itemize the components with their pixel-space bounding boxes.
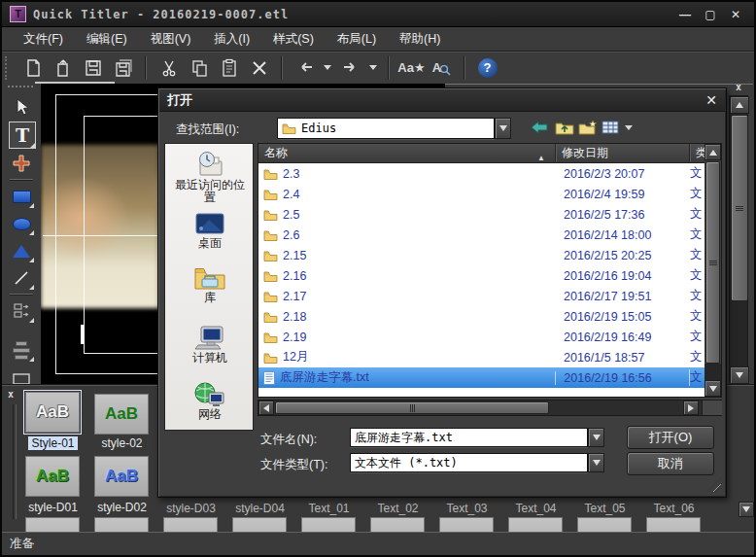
file-row[interactable]: 2.4 2016/2/4 19:59 文 [258, 184, 706, 204]
paste-icon[interactable] [216, 55, 242, 81]
file-row[interactable]: 12月 2016/1/5 18:57 文 [258, 347, 706, 367]
menu-edit[interactable]: 编辑(E) [75, 29, 139, 50]
style-thumbnail[interactable]: AaB [94, 394, 149, 435]
column-header-date[interactable]: 修改日期 [556, 144, 690, 162]
menu-insert[interactable]: 插入(I) [202, 29, 261, 50]
style-label[interactable]: style-D03 [156, 502, 225, 515]
file-list-vertical-scrollbar[interactable] [704, 144, 721, 397]
style-label[interactable]: Text_05 [570, 502, 639, 515]
column-header-name[interactable]: 名称 ▲ [258, 144, 556, 162]
style-palette-close-icon[interactable]: x [8, 389, 14, 400]
file-row[interactable]: 2.5 2016/2/5 17:36 文 [258, 204, 706, 225]
look-in-dropdown-button[interactable] [495, 118, 511, 139]
file-row[interactable]: 2.3 2016/2/3 20:07 文 [258, 163, 706, 184]
style-label[interactable]: Text_04 [501, 502, 570, 515]
style-thumbnail[interactable] [94, 517, 149, 533]
scroll-down-button[interactable] [704, 380, 721, 397]
scroll-right-button[interactable] [683, 400, 699, 415]
style-thumbnail[interactable] [370, 517, 425, 533]
style-thumbnail[interactable] [439, 517, 494, 533]
menu-help[interactable]: 帮助(H) [388, 29, 452, 50]
style-thumbnail[interactable]: AaB [25, 392, 80, 433]
style-thumbnail[interactable]: AaB [94, 456, 149, 497]
rectangle-tool[interactable] [9, 185, 34, 208]
title-bar[interactable]: T Quick Titler - 20160219-0007.etl — ▢ ✕ [2, 2, 754, 27]
help-icon[interactable]: ? [474, 55, 500, 81]
cancel-button[interactable]: 取消 [627, 452, 714, 475]
style-label[interactable]: Text_01 [294, 502, 363, 515]
toolbar-grip[interactable] [5, 56, 12, 80]
redo-icon[interactable] [337, 55, 363, 81]
copy-icon[interactable] [186, 55, 212, 81]
delete-icon[interactable] [246, 55, 272, 81]
view-menu-icon[interactable] [601, 120, 619, 139]
style-label[interactable]: style-D02 [87, 501, 156, 514]
style-label[interactable]: Text_03 [432, 502, 501, 515]
new-folder-icon[interactable] [578, 120, 598, 139]
menu-view[interactable]: 视图(V) [139, 29, 203, 50]
scroll-up-button[interactable] [704, 144, 721, 160]
palette-scroll-down-button[interactable] [739, 502, 754, 517]
dialog-close-icon[interactable]: ✕ [705, 92, 717, 108]
style-thumbnail[interactable] [163, 517, 218, 533]
file-row[interactable]: 2.18 2016/2/19 15:05 文 [258, 306, 706, 327]
place-computer[interactable]: 计算机 [165, 325, 255, 365]
undo-dropdown-icon[interactable] [324, 65, 331, 70]
place-libraries[interactable]: 库 [165, 264, 255, 304]
style-thumbnail[interactable] [301, 517, 356, 533]
style-label[interactable]: style-D01 [18, 501, 87, 514]
style-label[interactable]: style-D04 [225, 502, 294, 515]
back-icon[interactable] [530, 120, 549, 139]
style-thumbnail[interactable] [508, 517, 563, 533]
scroll-up-button[interactable] [730, 96, 749, 114]
open-icon[interactable] [50, 55, 76, 81]
style-thumbnail[interactable]: AaB [25, 456, 80, 497]
select-tool[interactable] [9, 95, 34, 119]
scroll-thumb[interactable] [275, 401, 549, 414]
style-thumbnail[interactable] [232, 517, 287, 533]
file-row[interactable]: 2.17 2016/2/17 19:51 文 [258, 286, 706, 306]
ellipse-tool[interactable] [9, 212, 34, 235]
scroll-left-button[interactable] [258, 400, 274, 415]
line-tool[interactable] [9, 266, 34, 290]
file-type-dropdown-button[interactable] [588, 453, 604, 472]
close-button[interactable]: ✕ [725, 8, 746, 21]
place-network[interactable]: 网络 [165, 381, 255, 421]
style-thumbnail[interactable] [577, 517, 632, 533]
undo-icon[interactable] [292, 55, 318, 81]
scroll-thumb[interactable] [731, 115, 748, 301]
style-thumbnail[interactable] [646, 517, 701, 533]
transform-tool[interactable] [9, 152, 34, 175]
new-icon[interactable] [19, 55, 46, 81]
minimize-button[interactable]: — [674, 8, 696, 21]
triangle-tool[interactable] [9, 239, 34, 262]
font-style-icon[interactable]: Aa★ [398, 55, 425, 81]
right-panel-close-icon[interactable]: x [736, 82, 741, 92]
cut-icon[interactable] [155, 55, 182, 81]
palette-grip[interactable] [8, 86, 33, 90]
menu-layout[interactable]: 布局(L) [326, 29, 388, 50]
style-label[interactable]: Text_02 [363, 502, 432, 515]
align-tool[interactable] [9, 338, 34, 362]
canvas-vertical-scrollbar[interactable] [729, 95, 748, 383]
style-thumbnail[interactable] [25, 517, 80, 533]
style-label[interactable]: Text_06 [639, 502, 708, 515]
save-all-icon[interactable] [110, 55, 136, 81]
image-tool[interactable] [9, 299, 34, 323]
redo-dropdown-icon[interactable] [369, 65, 377, 70]
file-row[interactable]: 2.6 2016/2/14 18:00 文 [258, 225, 706, 245]
up-folder-icon[interactable] [555, 120, 574, 139]
file-name-dropdown-button[interactable] [588, 428, 604, 447]
place-desktop[interactable]: 桌面 [165, 212, 255, 250]
scroll-thumb[interactable] [705, 161, 720, 364]
open-button[interactable]: 打开(O) [627, 426, 714, 449]
save-icon[interactable] [80, 55, 106, 81]
view-menu-dropdown-icon[interactable] [625, 125, 633, 130]
file-name-input[interactable]: 底屏游走字幕.txt [350, 428, 588, 447]
style-label[interactable]: Style-01 [18, 436, 87, 450]
palette-slider[interactable] [13, 404, 17, 519]
place-recent[interactable]: 最近访问的位置 [165, 150, 255, 204]
dialog-title-bar[interactable]: 打开 ✕ [159, 89, 725, 112]
scroll-down-button[interactable] [730, 366, 749, 384]
text-tool[interactable]: T [9, 122, 36, 149]
